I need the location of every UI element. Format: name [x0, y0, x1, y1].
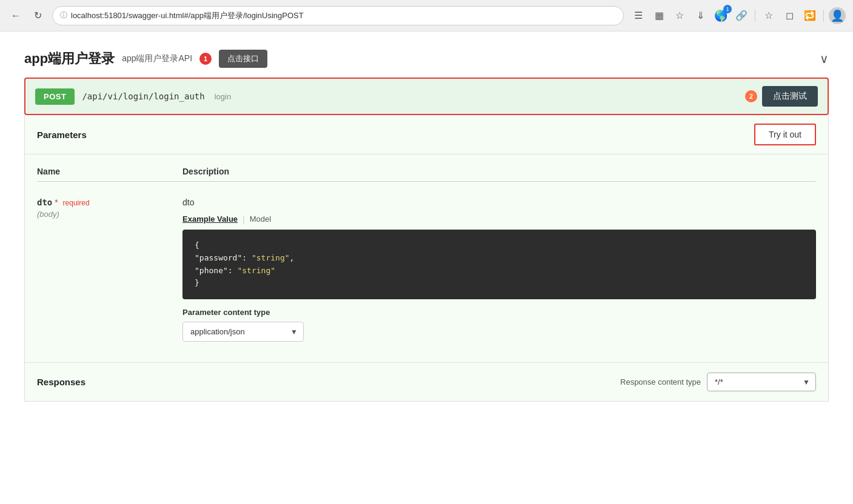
back-button[interactable]: ← — [7, 7, 24, 24]
step2-badge-wrap: 2 点击测试 — [745, 86, 818, 107]
col-name-header: Name — [37, 167, 182, 176]
browser-chrome: ← ↻ ⓘ localhost:51801/swagger-ui.html#/a… — [0, 0, 853, 31]
example-value-tabs: Example Value | Model — [182, 213, 816, 225]
reader-mode-btn[interactable]: ☰ — [630, 7, 647, 24]
param-row-dto: dto * required (body) dto Example Value … — [37, 191, 816, 362]
endpoint-path: /api/vi/login/login_auth — [82, 91, 204, 101]
param-desc-col: dto Example Value | Model { "password": … — [182, 197, 816, 356]
divider — [755, 10, 755, 22]
model-tab[interactable]: Model — [250, 213, 271, 225]
zhandian-btn[interactable]: 点击测试 — [762, 86, 818, 107]
method-badge: POST — [35, 88, 75, 105]
param-location: (body) — [37, 210, 182, 219]
param-required-label: required — [63, 199, 90, 207]
responses-title: Responses — [37, 377, 85, 387]
try-it-out-button[interactable]: Try it out — [754, 124, 816, 145]
params-table-area: Name Description dto * required (body) d… — [25, 154, 828, 362]
info-icon: ⓘ — [60, 10, 67, 21]
params-header: Parameters Try it out — [25, 115, 828, 154]
endpoint-desc: login — [215, 92, 231, 101]
split-view-btn[interactable]: ▦ — [651, 7, 667, 24]
params-section: Parameters Try it out Name Description d… — [24, 115, 829, 402]
api-title: app端用户登录 — [24, 50, 115, 68]
sidebar-btn[interactable]: ◻ — [781, 7, 798, 24]
response-content-type-label: Response content type — [620, 377, 701, 386]
extensions-btn[interactable]: 🌎 1 — [712, 7, 729, 24]
download-btn[interactable]: ⇓ — [692, 7, 709, 24]
response-type-row: Response content type */* ▼ — [620, 373, 816, 391]
responses-section: Responses Response content type */* ▼ — [25, 362, 828, 401]
params-title: Parameters — [37, 130, 87, 140]
favorites-btn[interactable]: ☆ — [671, 7, 688, 24]
url-text: localhost:51801/swagger-ui.html#/app端用户登… — [71, 10, 304, 21]
nav-buttons: ← ↻ — [7, 7, 46, 24]
params-cols: Name Description — [37, 167, 816, 182]
content-type-select-wrap[interactable]: application/json ▼ — [182, 322, 304, 342]
api-subtitle: app端用户登录API — [122, 53, 192, 64]
collections-btn[interactable]: 🔗 — [733, 7, 750, 24]
forward-button[interactable]: ↻ — [29, 7, 46, 24]
browser-actions: ☰ ▦ ☆ ⇓ 🌎 1 🔗 ☆ ◻ 🔁 👤 — [630, 7, 846, 24]
address-bar[interactable]: ⓘ localhost:51801/swagger-ui.html#/app端用… — [52, 6, 624, 25]
code-line1: { — [195, 239, 804, 252]
param-desc-text: dto — [182, 197, 816, 207]
col-desc-header: Description — [182, 167, 816, 176]
response-select-wrap[interactable]: */* ▼ — [707, 373, 816, 391]
param-content-type-label: Parameter content type — [182, 308, 816, 317]
code-line2: "password": "string", — [195, 252, 804, 265]
code-line4: } — [195, 277, 804, 290]
endpoint-section: POST /api/vi/login/login_auth login 2 点击… — [24, 78, 829, 115]
param-required-star: * — [55, 197, 58, 207]
collapse-btn[interactable]: ∨ — [820, 51, 829, 66]
api-title-row: app端用户登录 app端用户登录API 1 点击接口 ∨ — [24, 50, 829, 68]
notification-badge: 1 — [723, 5, 732, 13]
param-name-wrap: dto * required — [37, 197, 182, 207]
code-block: { "password": "string", "phone": "string… — [182, 230, 816, 299]
favorites-star-btn[interactable]: ☆ — [760, 7, 777, 24]
divider2 — [823, 10, 824, 22]
share-btn[interactable]: 🔁 — [801, 7, 818, 24]
param-name-col: dto * required (body) — [37, 197, 182, 356]
example-value-tab[interactable]: Example Value — [182, 213, 238, 225]
code-line3: "phone": "string" — [195, 265, 804, 277]
param-name: dto — [37, 197, 52, 207]
content-type-select[interactable]: application/json — [182, 322, 304, 342]
avatar[interactable]: 👤 — [829, 7, 846, 24]
tab-separator: | — [243, 214, 245, 224]
step1-badge: 1 — [199, 53, 212, 65]
tooltip-bubble: 点击接口 — [219, 50, 267, 68]
main-content: app端用户登录 app端用户登录API 1 点击接口 ∨ POST /api/… — [0, 31, 853, 504]
endpoint-row: POST /api/vi/login/login_auth login 2 点击… — [25, 79, 828, 114]
response-content-type-select[interactable]: */* — [707, 373, 816, 391]
step2-badge: 2 — [745, 90, 757, 102]
